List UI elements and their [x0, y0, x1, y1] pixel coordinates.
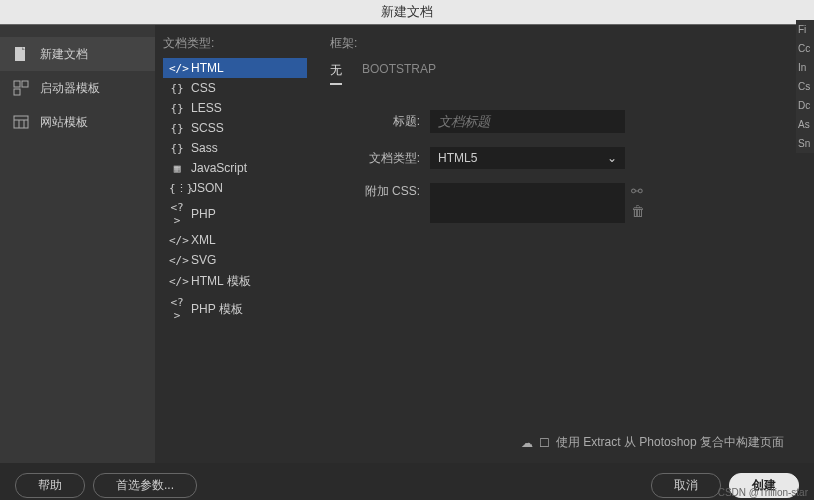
- panel-tab[interactable]: Dc: [796, 96, 814, 115]
- svg-rect-2: [22, 81, 28, 87]
- main-area: 新建文档 启动器模板 网站模板 文档类型: </>HTML {}CSS {}LE…: [0, 25, 814, 463]
- cancel-button[interactable]: 取消: [651, 473, 721, 498]
- php-icon: <?>: [169, 201, 185, 227]
- braces-icon: {}: [169, 102, 185, 115]
- footer: 帮助 首选参数... 取消 创建: [0, 463, 814, 500]
- panel-tab[interactable]: Fi: [796, 20, 814, 39]
- side-panels: Fi Cc In Cs Dc As Sn: [796, 20, 814, 153]
- panel-tab[interactable]: In: [796, 58, 814, 77]
- sidebar-item-label: 启动器模板: [40, 80, 100, 97]
- panel-tab[interactable]: As: [796, 115, 814, 134]
- code-icon: </>: [169, 62, 185, 75]
- title-input[interactable]: [430, 110, 625, 133]
- doctype-value: HTML5: [438, 151, 477, 165]
- watermark: CSDN @Trillion-star: [718, 487, 808, 498]
- window-title: 新建文档: [0, 0, 814, 25]
- checkbox-icon[interactable]: ☐: [539, 436, 550, 450]
- code-icon: </>: [169, 275, 185, 288]
- cloud-icon: ☁: [521, 436, 533, 450]
- css-attach-area[interactable]: [430, 183, 625, 223]
- php-icon: <?>: [169, 296, 185, 322]
- sidebar-item-new-doc[interactable]: 新建文档: [0, 37, 155, 71]
- type-html-template[interactable]: </>HTML 模板: [163, 270, 307, 293]
- extract-label: 使用 Extract 从 Photoshop 复合中构建页面: [556, 434, 784, 451]
- help-button[interactable]: 帮助: [15, 473, 85, 498]
- title-label: 标题:: [330, 113, 420, 130]
- type-less[interactable]: {}LESS: [163, 98, 307, 118]
- panel-tab[interactable]: Cs: [796, 77, 814, 96]
- sidebar-item-label: 新建文档: [40, 46, 88, 63]
- chevron-down-icon: ⌄: [607, 151, 617, 165]
- prefs-button[interactable]: 首选参数...: [93, 473, 197, 498]
- sidebar-item-launcher[interactable]: 启动器模板: [0, 71, 155, 105]
- type-css[interactable]: {}CSS: [163, 78, 307, 98]
- doc-type-label: 文档类型:: [163, 35, 307, 52]
- type-json[interactable]: {⋮}JSON: [163, 178, 307, 198]
- type-sass[interactable]: {}Sass: [163, 138, 307, 158]
- link-icon[interactable]: ⚯: [631, 183, 645, 199]
- sidebar-item-label: 网站模板: [40, 114, 88, 131]
- sidebar: 新建文档 启动器模板 网站模板: [0, 25, 155, 463]
- settings-panel: 框架: 无 BOOTSTRAP 标题: 文档类型: HTML5 ⌄ 附加 CSS…: [315, 25, 814, 463]
- code-icon: </>: [169, 234, 185, 247]
- css-label: 附加 CSS:: [330, 183, 420, 200]
- type-php-template[interactable]: <?>PHP 模板: [163, 293, 307, 325]
- framework-label: 框架:: [330, 35, 799, 52]
- doctype-label: 文档类型:: [330, 150, 420, 167]
- tab-bootstrap[interactable]: BOOTSTRAP: [362, 58, 436, 85]
- braces-icon: {}: [169, 82, 185, 95]
- doctype-select[interactable]: HTML5 ⌄: [430, 147, 625, 169]
- svg-rect-4: [14, 116, 28, 128]
- type-xml[interactable]: </>XML: [163, 230, 307, 250]
- launcher-icon: [12, 79, 30, 97]
- type-php[interactable]: <?>PHP: [163, 198, 307, 230]
- grid-icon: [12, 113, 30, 131]
- tab-none[interactable]: 无: [330, 58, 342, 85]
- framework-tabs: 无 BOOTSTRAP: [330, 58, 799, 85]
- svg-rect-3: [14, 89, 20, 95]
- type-js[interactable]: ▦JavaScript: [163, 158, 307, 178]
- svg-rect-1: [14, 81, 20, 87]
- braces-icon: {}: [169, 122, 185, 135]
- braces-icon: {}: [169, 142, 185, 155]
- panel-tab[interactable]: Sn: [796, 134, 814, 153]
- document-icon: [12, 45, 30, 63]
- sidebar-item-site[interactable]: 网站模板: [0, 105, 155, 139]
- type-svg[interactable]: </>SVG: [163, 250, 307, 270]
- extract-option[interactable]: ☁ ☐ 使用 Extract 从 Photoshop 复合中构建页面: [521, 434, 784, 451]
- doc-type-panel: 文档类型: </>HTML {}CSS {}LESS {}SCSS {}Sass…: [155, 25, 315, 463]
- js-icon: ▦: [169, 162, 185, 175]
- type-html[interactable]: </>HTML: [163, 58, 307, 78]
- code-icon: </>: [169, 254, 185, 267]
- type-scss[interactable]: {}SCSS: [163, 118, 307, 138]
- trash-icon[interactable]: 🗑: [631, 203, 645, 219]
- panel-tab[interactable]: Cc: [796, 39, 814, 58]
- json-icon: {⋮}: [169, 182, 185, 195]
